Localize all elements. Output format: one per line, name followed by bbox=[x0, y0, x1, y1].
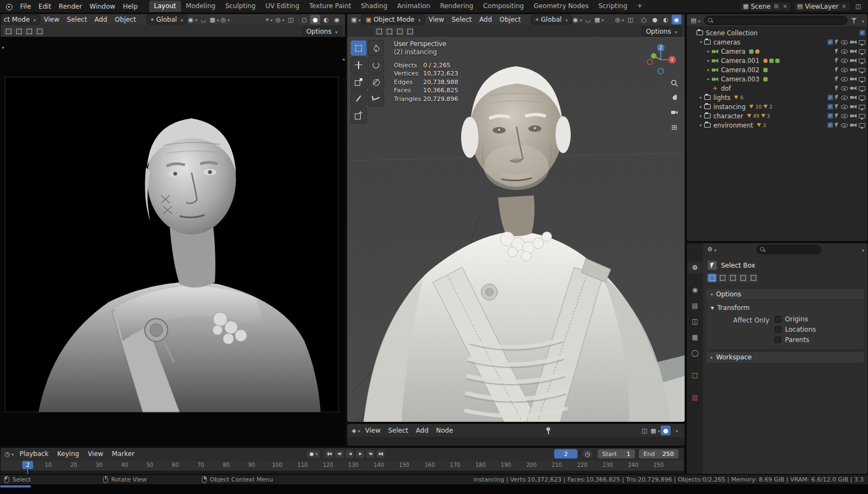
disclosure-closed-icon[interactable]: ▸ bbox=[698, 95, 704, 100]
timeline-menu-item[interactable]: Marker bbox=[108, 450, 138, 458]
editor-type-selector[interactable] bbox=[350, 15, 361, 24]
tool-button[interactable] bbox=[350, 57, 367, 73]
transport-button[interactable]: ◀• bbox=[335, 449, 344, 459]
properties-tab[interactable]: ◫ bbox=[688, 315, 702, 327]
checkbox[interactable] bbox=[775, 337, 781, 343]
checkbox-row[interactable]: Origins bbox=[775, 315, 860, 323]
node-menu-item[interactable]: View bbox=[361, 427, 384, 434]
disable-in-viewports-icon[interactable] bbox=[859, 77, 865, 81]
snap-node-icon[interactable] bbox=[639, 426, 650, 435]
disable-in-viewports-icon[interactable] bbox=[859, 96, 865, 100]
tool-button[interactable] bbox=[350, 40, 367, 56]
disable-in-viewports-icon[interactable] bbox=[859, 105, 865, 109]
hide-in-viewport-icon[interactable] bbox=[841, 114, 848, 118]
disable-in-renders-icon[interactable] bbox=[850, 68, 857, 72]
topbar-menu-item[interactable]: Edit bbox=[35, 3, 55, 10]
checkbox-row[interactable]: Locations bbox=[775, 326, 860, 333]
workspace-panel-header[interactable]: ▸ Workspace bbox=[706, 351, 865, 363]
workspace-tab[interactable]: Rendering bbox=[435, 1, 478, 12]
sculpt-render[interactable] bbox=[1, 37, 346, 446]
transform-subpanel-header[interactable]: ▾ Transform bbox=[711, 302, 860, 313]
tool-button[interactable] bbox=[350, 107, 367, 123]
editor-type-selector[interactable]: ◷ bbox=[4, 449, 15, 459]
node-editor-canvas[interactable] bbox=[347, 437, 685, 446]
disclosure-open-icon[interactable]: ▾ bbox=[698, 40, 704, 45]
topbar-menu-item[interactable]: Window bbox=[86, 3, 119, 10]
outliner-row-scene-collection[interactable]: Scene Collection bbox=[687, 28, 867, 37]
select-mode-extend-icon[interactable] bbox=[14, 27, 23, 36]
pivot-point-selector[interactable] bbox=[572, 15, 583, 24]
filter-icon[interactable] bbox=[851, 17, 857, 24]
tool-button[interactable] bbox=[368, 74, 384, 90]
select-mode-new-icon[interactable] bbox=[707, 274, 717, 282]
select-mode-extend-icon[interactable] bbox=[718, 274, 727, 282]
editor-type-selector[interactable] bbox=[350, 426, 361, 435]
outliner-row-character[interactable]: ▸character493 bbox=[687, 111, 867, 121]
scene-selector[interactable]: Scene ⊞ × bbox=[739, 2, 792, 11]
timeline-menu-item[interactable]: View bbox=[84, 450, 107, 458]
disable-in-renders-icon[interactable] bbox=[850, 40, 857, 45]
disable-in-renders-icon[interactable] bbox=[850, 59, 857, 63]
workspace-tab[interactable]: Texture Paint bbox=[304, 1, 356, 12]
disable-in-renders-icon[interactable] bbox=[850, 96, 857, 100]
mode-selector[interactable]: Object Mode bbox=[361, 15, 425, 24]
viewport-menu-item[interactable]: Object bbox=[111, 16, 140, 23]
timeline-scrollbar[interactable] bbox=[0, 485, 31, 487]
properties-options-arrow[interactable] bbox=[860, 246, 864, 254]
show-overlays-toggle[interactable] bbox=[614, 15, 625, 24]
shading-material-icon[interactable] bbox=[321, 15, 331, 24]
outliner-row-camera-002[interactable]: ▸Camera.002 bbox=[687, 65, 867, 74]
workspace-tab[interactable]: Modeling bbox=[181, 1, 221, 12]
disable-in-viewports-icon[interactable] bbox=[859, 59, 865, 63]
shading-rendered-icon[interactable] bbox=[672, 15, 681, 24]
hide-in-viewport-icon[interactable] bbox=[841, 123, 848, 128]
disable-in-viewports-icon[interactable] bbox=[859, 68, 865, 72]
workspace-tab[interactable]: Sculpting bbox=[220, 1, 260, 12]
selectable-icon[interactable] bbox=[835, 94, 839, 100]
transport-button[interactable]: •▶ bbox=[366, 449, 375, 459]
transport-button[interactable]: ▮◀ bbox=[324, 449, 334, 459]
outliner-row-camera-003[interactable]: ▸Camera.003 bbox=[687, 74, 867, 84]
node-extras-icon[interactable] bbox=[671, 426, 681, 435]
select-mode-new-icon[interactable] bbox=[374, 27, 384, 36]
viewport-menu-item[interactable]: Object bbox=[496, 16, 525, 23]
outliner-row-cameras[interactable]: ▾cameras bbox=[687, 37, 867, 47]
disable-in-viewports-icon[interactable] bbox=[859, 49, 865, 54]
workspace-tab[interactable]: Animation bbox=[392, 1, 435, 12]
timeline-menu-item[interactable]: Keying bbox=[54, 450, 83, 458]
show-overlays-toggle[interactable] bbox=[275, 15, 285, 24]
remove-viewlayer-button[interactable]: × bbox=[841, 3, 847, 9]
topbar-menu-item[interactable]: Help bbox=[119, 3, 141, 10]
transport-button[interactable]: ▶▮ bbox=[376, 449, 385, 459]
properties-search-input[interactable] bbox=[756, 245, 821, 254]
snap-mode-selector[interactable] bbox=[593, 15, 604, 24]
tool-button[interactable] bbox=[368, 91, 384, 106]
frame-start-field[interactable]: Start1 bbox=[597, 449, 635, 459]
select-mode-new-icon[interactable] bbox=[4, 27, 13, 36]
selectable-icon[interactable] bbox=[835, 48, 839, 54]
select-mode-invert-icon[interactable] bbox=[738, 274, 748, 282]
editor-type-selector[interactable] bbox=[690, 16, 701, 26]
disable-in-viewports-icon[interactable] bbox=[859, 86, 865, 91]
transform-orientation[interactable]: Global bbox=[146, 15, 188, 24]
options-dropdown[interactable]: Options bbox=[302, 27, 342, 36]
snap-toggle[interactable] bbox=[583, 15, 593, 24]
xray-toggle[interactable] bbox=[285, 15, 296, 24]
properties-tab[interactable]: ▨ bbox=[688, 391, 702, 403]
viewport-menu-item[interactable]: Add bbox=[91, 16, 111, 23]
outliner-row-environment[interactable]: ▸environment3 bbox=[687, 121, 867, 130]
node-menu-item[interactable]: Select bbox=[384, 427, 412, 434]
disable-in-renders-icon[interactable] bbox=[850, 123, 857, 128]
viewlayer-selector[interactable]: ViewLayer × bbox=[794, 2, 851, 11]
workspace-tab[interactable]: Geometry Nodes bbox=[529, 1, 593, 12]
disable-in-viewports-icon[interactable] bbox=[859, 123, 865, 128]
use-nodes-icon[interactable]: ● bbox=[661, 426, 671, 435]
workspace-tab[interactable]: Shading bbox=[356, 1, 392, 12]
viewport-menu-item[interactable]: View bbox=[40, 16, 63, 23]
selectable-icon[interactable] bbox=[835, 122, 839, 128]
properties-tab[interactable]: ◉ bbox=[688, 284, 702, 296]
topbar-menu-item[interactable]: Render bbox=[55, 3, 86, 10]
current-frame-field[interactable]: 2 bbox=[554, 449, 578, 459]
timeline-menu-item[interactable]: Playback bbox=[16, 450, 53, 458]
tool-button[interactable] bbox=[368, 57, 384, 73]
